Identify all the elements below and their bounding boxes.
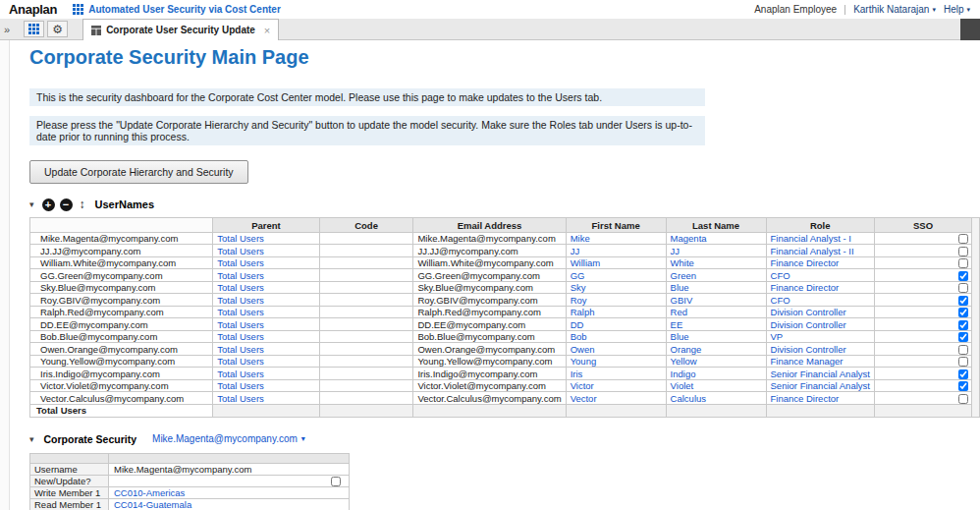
parent-cell[interactable]: Total Users (213, 343, 319, 355)
email-cell[interactable]: Mike.Magenta@mycompany.com (413, 233, 566, 245)
row-label[interactable]: Young.Yellow@mycompany.com (30, 355, 213, 367)
row-label[interactable]: Roy.GBIV@mycompany.com (30, 294, 213, 306)
sso-checkbox[interactable] (958, 308, 968, 317)
dashboards-mini-tab[interactable] (24, 21, 44, 37)
code-cell[interactable] (319, 233, 413, 245)
sso-checkbox[interactable] (958, 271, 968, 281)
email-cell[interactable]: Roy.GBIV@mycompany.com (413, 294, 566, 306)
email-cell[interactable]: Victor.Violet@mycompany.com (413, 379, 566, 391)
user-selector-dropdown[interactable]: Mike.Magenta@mycompany.com ▾ (152, 433, 305, 444)
first-name-cell[interactable]: Mike (566, 233, 666, 245)
expand-panel-icon[interactable]: » (2, 24, 16, 35)
code-cell[interactable] (319, 306, 413, 317)
role-cell[interactable]: Financial Analyst - I (766, 233, 874, 245)
last-name-cell[interactable]: GBIV (666, 294, 766, 306)
first-name-cell[interactable]: Young (566, 355, 666, 367)
last-name-cell[interactable]: Orange (666, 343, 766, 355)
close-icon[interactable]: × (264, 25, 270, 36)
row-label[interactable]: New/Update? (30, 475, 109, 486)
email-cell[interactable]: Iris.Indigo@mycompany.com (413, 368, 566, 379)
new-update-cell[interactable] (109, 475, 350, 486)
parent-cell[interactable]: Total Users (213, 306, 319, 317)
parent-cell[interactable]: Total Users (213, 392, 319, 404)
email-cell[interactable]: DD.EE@mycompany.com (413, 318, 566, 330)
last-name-cell[interactable]: JJ (666, 245, 766, 256)
code-cell[interactable] (319, 355, 413, 367)
total-row-label[interactable]: Total Users (30, 404, 213, 417)
update-security-button[interactable]: Update Corporate Hierarchy and Security (29, 160, 248, 184)
sso-checkbox[interactable] (958, 320, 968, 330)
role-cell[interactable]: VP (766, 330, 874, 342)
collapsed-right-panel[interactable] (960, 19, 980, 40)
role-cell[interactable]: Finance Manager (766, 355, 874, 367)
sso-checkbox[interactable] (958, 296, 968, 306)
sso-checkbox[interactable] (958, 258, 968, 268)
sso-checkbox[interactable] (958, 247, 968, 256)
code-cell[interactable] (319, 343, 413, 355)
parent-cell[interactable]: Total Users (213, 294, 319, 306)
row-label[interactable]: Username (30, 463, 109, 475)
code-cell[interactable] (319, 294, 413, 306)
code-cell[interactable] (319, 318, 413, 330)
new-update-checkbox[interactable] (331, 477, 341, 486)
email-cell[interactable]: Owen.Orange@mycompany.com (413, 343, 566, 355)
grid-vertical-scrollbar[interactable] (972, 217, 980, 418)
email-cell[interactable]: Young.Yellow@mycompany.com (413, 355, 566, 367)
parent-cell[interactable]: Total Users (213, 281, 319, 293)
first-name-cell[interactable]: Iris (566, 368, 666, 379)
tab-corporate-user-security-update[interactable]: Corporate User Security Update × (82, 19, 279, 40)
sso-checkbox[interactable] (958, 394, 968, 404)
row-label[interactable]: Iris.Indigo@mycompany.com (30, 368, 213, 379)
role-cell[interactable]: Finance Director (766, 281, 874, 293)
row-label[interactable]: Ralph.Red@mycompany.com (30, 306, 213, 317)
first-name-cell[interactable]: GG (566, 269, 666, 281)
email-cell[interactable]: Ralph.Red@mycompany.com (413, 306, 566, 317)
sso-checkbox[interactable] (958, 234, 968, 244)
parent-cell[interactable]: Total Users (213, 355, 319, 367)
email-cell[interactable]: Vector.Calculus@mycompany.com (413, 392, 566, 404)
user-menu[interactable]: Karthik Natarajan ▾ (853, 4, 936, 15)
row-label[interactable]: Victor.Violet@mycompany.com (30, 379, 213, 391)
sso-checkbox[interactable] (958, 332, 968, 342)
parent-cell[interactable]: Total Users (213, 379, 319, 391)
code-cell[interactable] (319, 368, 413, 379)
first-name-cell[interactable]: Sky (566, 281, 666, 293)
anaplan-logo[interactable]: Anaplan (9, 2, 57, 17)
help-menu[interactable]: Help ▾ (944, 4, 970, 15)
row-label[interactable]: Vector.Calculus@mycompany.com (30, 392, 213, 404)
role-cell[interactable]: Finance Director (766, 256, 874, 268)
role-cell[interactable]: Senior Financial Analyst (766, 368, 874, 379)
role-cell[interactable]: Financial Analyst - II (766, 245, 874, 256)
email-cell[interactable]: Bob.Blue@mycompany.com (413, 330, 566, 342)
role-cell[interactable]: Senior Financial Analyst (766, 379, 874, 391)
last-name-cell[interactable]: Indigo (666, 368, 766, 379)
read-member-1-cell[interactable]: CC014-Guatemala (109, 499, 350, 510)
parent-cell[interactable]: Total Users (213, 269, 319, 281)
code-cell[interactable] (319, 330, 413, 342)
code-cell[interactable] (319, 281, 413, 293)
parent-cell[interactable]: Total Users (213, 318, 319, 330)
role-cell[interactable]: Division Controller (766, 318, 874, 330)
last-name-cell[interactable]: Blue (666, 281, 766, 293)
last-name-cell[interactable]: Blue (666, 330, 766, 342)
settings-mini-tab[interactable]: ⚙ (47, 21, 68, 37)
first-name-cell[interactable]: William (566, 256, 666, 268)
sso-checkbox[interactable] (958, 381, 968, 391)
email-cell[interactable]: William.White@mycompany.com (413, 256, 566, 268)
first-name-cell[interactable]: Bob (566, 330, 666, 342)
last-name-cell[interactable]: Violet (666, 379, 766, 391)
row-label[interactable]: Bob.Blue@mycompany.com (30, 330, 213, 342)
collapse-section-icon[interactable]: ▾ (29, 434, 34, 444)
first-name-cell[interactable]: Owen (566, 343, 666, 355)
parent-cell[interactable]: Total Users (213, 368, 319, 379)
reorder-icon[interactable]: ↕ (80, 198, 85, 211)
email-cell[interactable]: JJ.JJ@mycompany.com (413, 245, 566, 256)
code-cell[interactable] (319, 269, 413, 281)
last-name-cell[interactable]: Yellow (666, 355, 766, 367)
last-name-cell[interactable]: White (666, 256, 766, 268)
role-cell[interactable]: Finance Director (766, 392, 874, 404)
email-cell[interactable]: Sky.Blue@mycompany.com (413, 281, 566, 293)
code-cell[interactable] (319, 245, 413, 256)
last-name-cell[interactable]: Magenta (666, 233, 766, 245)
row-label[interactable]: Owen.Orange@mycompany.com (30, 343, 213, 355)
